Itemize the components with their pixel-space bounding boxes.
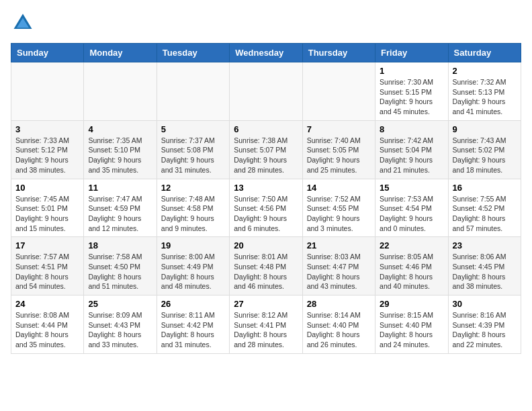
day-number: 14	[307, 183, 371, 193]
day-number: 23	[453, 240, 517, 250]
day-number: 2	[453, 66, 517, 76]
day-info: Sunrise: 7:50 AMSunset: 4:56 PMDaylight:…	[234, 194, 298, 234]
day-info: Sunrise: 7:53 AMSunset: 4:54 PMDaylight:…	[380, 194, 443, 234]
calendar-table: SundayMondayTuesdayWednesdayThursdayFrid…	[11, 43, 521, 354]
day-number: 28	[307, 299, 371, 309]
day-number: 8	[380, 124, 443, 134]
logo-icon	[11, 11, 35, 35]
calendar-week-row: 1Sunrise: 7:30 AMSunset: 5:15 PMDaylight…	[11, 62, 521, 121]
calendar-cell: 24Sunrise: 8:08 AMSunset: 4:44 PMDayligh…	[11, 295, 84, 354]
calendar-cell: 28Sunrise: 8:14 AMSunset: 4:40 PMDayligh…	[302, 295, 375, 354]
logo	[11, 11, 38, 35]
day-info: Sunrise: 7:45 AMSunset: 5:01 PMDaylight:…	[15, 194, 79, 234]
calendar-cell: 5Sunrise: 7:37 AMSunset: 5:08 PMDaylight…	[157, 120, 229, 179]
day-number: 12	[161, 183, 225, 193]
calendar-cell	[157, 62, 229, 121]
day-info: Sunrise: 8:00 AMSunset: 4:49 PMDaylight:…	[161, 252, 225, 291]
calendar-cell: 29Sunrise: 8:15 AMSunset: 4:40 PMDayligh…	[375, 295, 448, 354]
day-info: Sunrise: 8:11 AMSunset: 4:42 PMDaylight:…	[161, 310, 225, 350]
day-info: Sunrise: 7:33 AMSunset: 5:12 PMDaylight:…	[15, 136, 79, 175]
day-number: 19	[161, 240, 225, 250]
calendar-cell	[84, 62, 157, 121]
calendar-cell: 25Sunrise: 8:09 AMSunset: 4:43 PMDayligh…	[84, 295, 157, 354]
calendar-cell: 6Sunrise: 7:38 AMSunset: 5:07 PMDaylight…	[230, 120, 302, 179]
calendar-cell: 4Sunrise: 7:35 AMSunset: 5:10 PMDaylight…	[84, 120, 157, 179]
calendar-cell	[11, 62, 84, 121]
day-number: 27	[234, 299, 298, 309]
calendar-cell: 8Sunrise: 7:42 AMSunset: 5:04 PMDaylight…	[375, 120, 448, 179]
calendar-header-row: SundayMondayTuesdayWednesdayThursdayFrid…	[11, 44, 521, 62]
calendar-cell: 22Sunrise: 8:05 AMSunset: 4:46 PMDayligh…	[375, 237, 448, 295]
day-info: Sunrise: 7:57 AMSunset: 4:51 PMDaylight:…	[15, 252, 79, 291]
calendar-week-row: 17Sunrise: 7:57 AMSunset: 4:51 PMDayligh…	[11, 237, 521, 295]
day-number: 7	[307, 124, 371, 134]
day-number: 16	[453, 183, 517, 193]
day-info: Sunrise: 7:52 AMSunset: 4:55 PMDaylight:…	[307, 194, 371, 234]
day-number: 1	[380, 66, 443, 76]
day-info: Sunrise: 7:43 AMSunset: 5:02 PMDaylight:…	[453, 136, 517, 175]
calendar-cell: 18Sunrise: 7:58 AMSunset: 4:50 PMDayligh…	[84, 237, 157, 295]
day-number: 21	[307, 240, 371, 250]
calendar-cell: 12Sunrise: 7:48 AMSunset: 4:58 PMDayligh…	[157, 179, 229, 237]
day-number: 4	[88, 124, 152, 134]
page-header	[11, 11, 521, 35]
calendar-cell: 2Sunrise: 7:32 AMSunset: 5:13 PMDaylight…	[448, 62, 521, 121]
day-info: Sunrise: 8:16 AMSunset: 4:39 PMDaylight:…	[453, 310, 517, 350]
day-info: Sunrise: 7:40 AMSunset: 5:05 PMDaylight:…	[307, 136, 371, 175]
day-number: 30	[453, 299, 517, 309]
calendar-cell: 26Sunrise: 8:11 AMSunset: 4:42 PMDayligh…	[157, 295, 229, 354]
calendar-cell: 20Sunrise: 8:01 AMSunset: 4:48 PMDayligh…	[230, 237, 302, 295]
calendar-cell: 30Sunrise: 8:16 AMSunset: 4:39 PMDayligh…	[448, 295, 521, 354]
calendar-cell	[302, 62, 375, 121]
calendar-cell: 16Sunrise: 7:55 AMSunset: 4:52 PMDayligh…	[448, 179, 521, 237]
day-info: Sunrise: 7:42 AMSunset: 5:04 PMDaylight:…	[380, 136, 443, 175]
day-info: Sunrise: 7:38 AMSunset: 5:07 PMDaylight:…	[234, 136, 298, 175]
day-info: Sunrise: 7:48 AMSunset: 4:58 PMDaylight:…	[161, 194, 225, 234]
day-of-week-header: Friday	[375, 44, 448, 62]
day-of-week-header: Monday	[84, 44, 157, 62]
day-number: 11	[88, 183, 152, 193]
day-number: 26	[161, 299, 225, 309]
calendar-cell: 23Sunrise: 8:06 AMSunset: 4:45 PMDayligh…	[448, 237, 521, 295]
day-number: 20	[234, 240, 298, 250]
day-number: 9	[453, 124, 517, 134]
day-of-week-header: Sunday	[11, 44, 84, 62]
calendar-cell: 15Sunrise: 7:53 AMSunset: 4:54 PMDayligh…	[375, 179, 448, 237]
day-info: Sunrise: 8:14 AMSunset: 4:40 PMDaylight:…	[307, 310, 371, 350]
day-number: 24	[15, 299, 79, 309]
day-info: Sunrise: 7:58 AMSunset: 4:50 PMDaylight:…	[88, 252, 152, 291]
day-info: Sunrise: 7:47 AMSunset: 4:59 PMDaylight:…	[88, 194, 152, 234]
day-info: Sunrise: 7:32 AMSunset: 5:13 PMDaylight:…	[453, 77, 517, 117]
day-number: 17	[15, 240, 79, 250]
day-number: 3	[15, 124, 79, 134]
day-info: Sunrise: 7:37 AMSunset: 5:08 PMDaylight:…	[161, 136, 225, 175]
day-info: Sunrise: 8:08 AMSunset: 4:44 PMDaylight:…	[15, 310, 79, 350]
day-info: Sunrise: 7:55 AMSunset: 4:52 PMDaylight:…	[453, 194, 517, 234]
day-number: 5	[161, 124, 225, 134]
day-info: Sunrise: 8:03 AMSunset: 4:47 PMDaylight:…	[307, 252, 371, 291]
day-of-week-header: Tuesday	[157, 44, 229, 62]
day-number: 15	[380, 183, 443, 193]
calendar-cell: 21Sunrise: 8:03 AMSunset: 4:47 PMDayligh…	[302, 237, 375, 295]
day-number: 22	[380, 240, 443, 250]
day-number: 29	[380, 299, 443, 309]
day-number: 6	[234, 124, 298, 134]
day-of-week-header: Thursday	[302, 44, 375, 62]
day-info: Sunrise: 7:30 AMSunset: 5:15 PMDaylight:…	[380, 77, 443, 117]
calendar-cell: 10Sunrise: 7:45 AMSunset: 5:01 PMDayligh…	[11, 179, 84, 237]
day-info: Sunrise: 8:12 AMSunset: 4:41 PMDaylight:…	[234, 310, 298, 350]
day-number: 25	[88, 299, 152, 309]
day-number: 18	[88, 240, 152, 250]
calendar-cell: 9Sunrise: 7:43 AMSunset: 5:02 PMDaylight…	[448, 120, 521, 179]
calendar-cell: 27Sunrise: 8:12 AMSunset: 4:41 PMDayligh…	[230, 295, 302, 354]
day-info: Sunrise: 8:01 AMSunset: 4:48 PMDaylight:…	[234, 252, 298, 291]
day-info: Sunrise: 8:06 AMSunset: 4:45 PMDaylight:…	[453, 252, 517, 291]
calendar-cell: 7Sunrise: 7:40 AMSunset: 5:05 PMDaylight…	[302, 120, 375, 179]
day-info: Sunrise: 8:15 AMSunset: 4:40 PMDaylight:…	[380, 310, 443, 350]
calendar-cell: 19Sunrise: 8:00 AMSunset: 4:49 PMDayligh…	[157, 237, 229, 295]
calendar-cell: 11Sunrise: 7:47 AMSunset: 4:59 PMDayligh…	[84, 179, 157, 237]
calendar-cell: 1Sunrise: 7:30 AMSunset: 5:15 PMDaylight…	[375, 62, 448, 121]
calendar-cell	[230, 62, 302, 121]
calendar-week-row: 24Sunrise: 8:08 AMSunset: 4:44 PMDayligh…	[11, 295, 521, 354]
calendar-cell: 3Sunrise: 7:33 AMSunset: 5:12 PMDaylight…	[11, 120, 84, 179]
